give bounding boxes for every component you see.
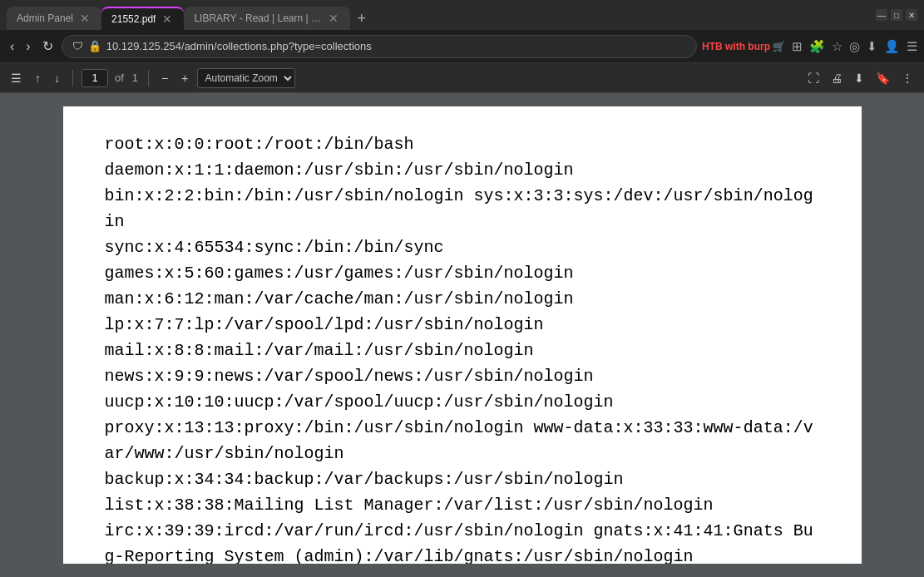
pdf-page-of: of (115, 72, 124, 84)
address-text: 10.129.125.254/admin/collections.php?typ… (106, 40, 686, 52)
tab-library-close[interactable]: ✕ (327, 10, 340, 27)
pdf-line-9: news:x:9:9:news:/var/spool/news:/usr/sbi… (105, 363, 820, 389)
pdf-sidebar-toggle[interactable]: ☰ (7, 69, 26, 87)
download-icon[interactable]: ⬇ (867, 39, 877, 54)
tab-library[interactable]: LIBRARY - Read | Learn | Have Fun ✕ (184, 7, 350, 30)
title-bar: Admin Panel ✕ 21552.pdf ✕ LIBRARY - Read… (0, 0, 924, 30)
nav-icons: HTB with burp 🛒 ⊞ 🧩 ☆ ◎ ⬇ 👤 ☰ (702, 39, 917, 54)
pdf-line-8: mail:x:8:8:mail:/var/mail:/usr/sbin/nolo… (105, 338, 820, 363)
mosaic-icon[interactable]: ⊞ (792, 39, 803, 54)
pdf-zoom-in[interactable]: + (177, 69, 192, 87)
cart-icon: 🛒 (773, 41, 785, 52)
pdf-page-total: 1 (132, 72, 138, 84)
pdf-print-button[interactable]: 🖨 (827, 69, 847, 87)
address-bar[interactable]: 🛡 🔒 10.129.125.254/admin/collections.php… (62, 35, 697, 58)
htb-text: HTB with burp (702, 41, 770, 52)
pdf-line-13: list:x:38:38:Mailing List Manager:/var/l… (105, 492, 820, 518)
pdf-more-button[interactable]: ⋮ (897, 69, 917, 87)
pdf-divider-2 (148, 70, 149, 86)
pdf-line-11: proxy:x:13:13:proxy:/bin:/usr/sbin/nolog… (105, 415, 820, 466)
pdf-bookmark-button[interactable]: 🔖 (872, 69, 894, 87)
profile-icon[interactable]: 👤 (884, 39, 900, 54)
nav-bar: ‹ › ↻ 🛡 🔒 10.129.125.254/admin/collectio… (0, 30, 924, 63)
shield-icon: 🛡 (72, 40, 83, 52)
pdf-divider-1 (72, 70, 73, 86)
extensions-icon[interactable]: 🧩 (809, 39, 825, 54)
pdf-line-1: root:x:0:0:root:/root:/bin/bash (105, 131, 820, 157)
pdf-line-10: uucp:x:10:10:uucp:/var/spool/uucp:/usr/s… (105, 389, 820, 415)
tab-pdf[interactable]: 21552.pdf ✕ (101, 7, 184, 30)
pdf-right-tools: ⛶ 🖨 ⬇ 🔖 ⋮ (803, 69, 917, 87)
star-icon[interactable]: ☆ (832, 39, 842, 54)
tabs-area: Admin Panel ✕ 21552.pdf ✕ LIBRARY - Read… (7, 0, 876, 30)
pdf-line-12: backup:x:34:34:backup:/var/backups:/usr/… (105, 466, 820, 492)
pdf-zoom-select[interactable]: Automatic Zoom 50% 75% 100% 125% 150% 20… (197, 68, 295, 88)
pdf-content-area: root:x:0:0:root:/root:/bin/bash daemon:x… (0, 93, 924, 577)
pdf-page: root:x:0:0:root:/root:/bin/bash daemon:x… (63, 106, 862, 564)
maximize-button[interactable]: □ (891, 9, 902, 21)
pdf-line-14: irc:x:39:39:ircd:/var/run/ircd:/usr/sbin… (105, 518, 820, 564)
pdf-line-7: lp:x:7:7:lp:/var/spool/lpd:/usr/sbin/nol… (105, 312, 820, 338)
tab-admin-panel-label: Admin Panel (17, 12, 73, 24)
pdf-zoom-out[interactable]: − (157, 69, 172, 87)
tab-pdf-label: 21552.pdf (111, 13, 156, 25)
window-controls: — □ ✕ (876, 9, 917, 21)
pdf-scroll-up[interactable]: ↑ (31, 69, 45, 87)
pdf-presentation-button[interactable]: ⛶ (803, 69, 823, 87)
pdf-line-5: games:x:5:60:games:/usr/games:/usr/sbin/… (105, 260, 820, 286)
pdf-toolbar: ☰ ↑ ↓ of 1 − + Automatic Zoom 50% 75% 10… (0, 63, 924, 93)
htb-badge[interactable]: HTB with burp 🛒 (702, 41, 785, 52)
tab-admin-panel-close[interactable]: ✕ (78, 10, 91, 27)
forward-button[interactable]: › (22, 36, 33, 57)
minimize-button[interactable]: — (876, 9, 887, 21)
back-button[interactable]: ‹ (7, 36, 17, 57)
close-window-button[interactable]: ✕ (906, 9, 917, 21)
tab-admin-panel[interactable]: Admin Panel ✕ (7, 7, 101, 30)
tab-library-label: LIBRARY - Read | Learn | Have Fun (194, 12, 322, 24)
pocket-icon[interactable]: ◎ (849, 39, 860, 54)
pdf-line-6: man:x:6:12:man:/var/cache/man:/usr/sbin/… (105, 286, 820, 312)
tab-pdf-close[interactable]: ✕ (161, 11, 174, 27)
new-tab-button[interactable]: + (350, 7, 373, 30)
pdf-scroll-down[interactable]: ↓ (50, 69, 64, 87)
reload-button[interactable]: ↻ (39, 35, 57, 57)
pdf-page-input[interactable] (82, 69, 108, 87)
pdf-save-button[interactable]: ⬇ (850, 69, 868, 87)
pdf-line-2: daemon:x:1:1:daemon:/usr/sbin:/usr/sbin/… (105, 157, 820, 183)
pdf-line-3: bin:x:2:2:bin:/bin:/usr/sbin/nologin sys… (105, 183, 820, 234)
address-value: 10.129.125.254/admin/collections.php?typ… (106, 40, 372, 52)
menu-icon[interactable]: ☰ (907, 39, 917, 54)
lock-icon: 🔒 (88, 40, 101, 52)
pdf-line-4: sync:x:4:65534:sync:/bin:/bin/sync (105, 234, 820, 260)
